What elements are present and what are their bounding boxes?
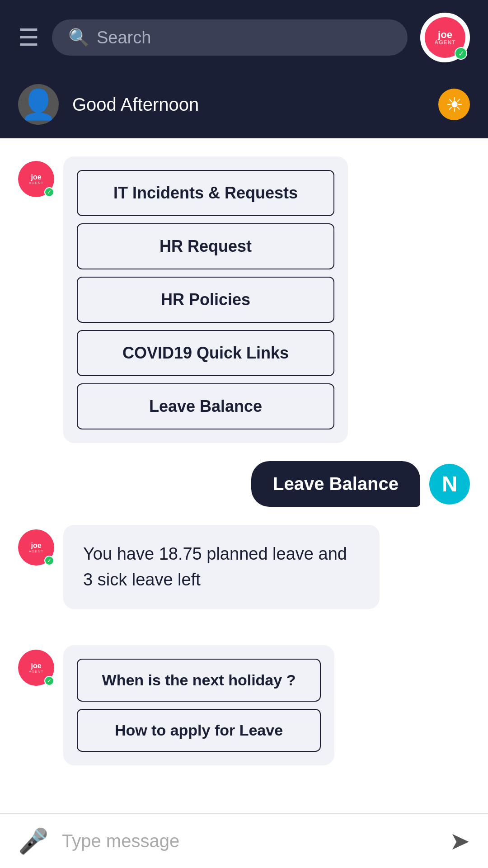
- user-avatar: 👤: [18, 84, 59, 125]
- menu-bubble: IT Incidents & Requests HR Request HR Po…: [63, 156, 348, 443]
- bot-logo-sub-3: AGENT: [29, 670, 44, 674]
- user-bubble-1: Leave Balance: [251, 461, 420, 507]
- joe-avatar[interactable]: joe AGENT ✓: [420, 13, 470, 62]
- user-message-row-1: Leave Balance N: [18, 461, 470, 507]
- bot-logo-text-1: joe: [31, 174, 41, 181]
- sun-icon-wrap: ☀: [438, 89, 470, 120]
- user-silhouette-icon: 👤: [20, 88, 56, 122]
- bot-check-3: ✓: [44, 676, 54, 686]
- bot-menu-row: joe AGENT ✓ IT Incidents & Requests HR R…: [18, 156, 470, 443]
- send-icon[interactable]: ➤: [450, 827, 470, 855]
- menu-item-hr-request[interactable]: HR Request: [77, 223, 334, 269]
- menu-item-it[interactable]: IT Incidents & Requests: [77, 170, 334, 216]
- bot-avatar-1: joe AGENT ✓: [18, 161, 54, 197]
- menu-item-covid[interactable]: COVID19 Quick Links: [77, 330, 334, 376]
- menu-item-leave-balance[interactable]: Leave Balance: [77, 383, 334, 429]
- followup-holiday[interactable]: When is the next holiday ?: [77, 659, 321, 702]
- header: ☰ 🔍 joe AGENT ✓: [0, 0, 488, 75]
- sun-icon: ☀: [446, 93, 463, 116]
- hamburger-icon[interactable]: ☰: [18, 26, 39, 49]
- green-check-icon: ✓: [455, 47, 467, 60]
- menu-item-hr-policies[interactable]: HR Policies: [77, 277, 334, 323]
- bot-text-bubble: You have 18.75 planned leave and 3 sick …: [63, 525, 380, 609]
- followup-apply-leave[interactable]: How to apply for Leave: [77, 709, 321, 752]
- greeting-bar: 👤 Good Afternoon ☀: [0, 75, 488, 138]
- bottom-bar: 🎤 ➤: [0, 813, 488, 868]
- greeting-text: Good Afternoon: [72, 94, 425, 115]
- bot-check-2: ✓: [44, 556, 54, 566]
- bot-followup-row: joe AGENT ✓ When is the next holiday ? H…: [18, 645, 470, 765]
- bot-logo-sub-2: AGENT: [29, 549, 44, 553]
- bot-text-row: joe AGENT ✓ You have 18.75 planned leave…: [18, 525, 470, 627]
- bot-logo-text-3: joe: [31, 662, 41, 670]
- search-bar[interactable]: 🔍: [52, 19, 408, 56]
- bot-avatar-2: joe AGENT ✓: [18, 529, 54, 566]
- search-input[interactable]: [97, 28, 391, 47]
- chat-area: joe AGENT ✓ IT Incidents & Requests HR R…: [0, 138, 488, 813]
- bot-logo-text-2: joe: [31, 542, 41, 549]
- message-input[interactable]: [62, 831, 436, 851]
- bot-check-1: ✓: [44, 187, 54, 197]
- joe-logo-text: joe: [438, 30, 452, 40]
- search-icon: 🔍: [68, 28, 89, 47]
- user-initial-avatar: N: [429, 464, 470, 505]
- bot-logo-sub-1: AGENT: [29, 181, 44, 185]
- followup-bubble: When is the next holiday ? How to apply …: [63, 645, 334, 765]
- bot-avatar-3: joe AGENT ✓: [18, 650, 54, 686]
- user-initial: N: [442, 472, 458, 496]
- joe-logo-sub: AGENT: [435, 40, 456, 45]
- microphone-icon[interactable]: 🎤: [18, 827, 48, 855]
